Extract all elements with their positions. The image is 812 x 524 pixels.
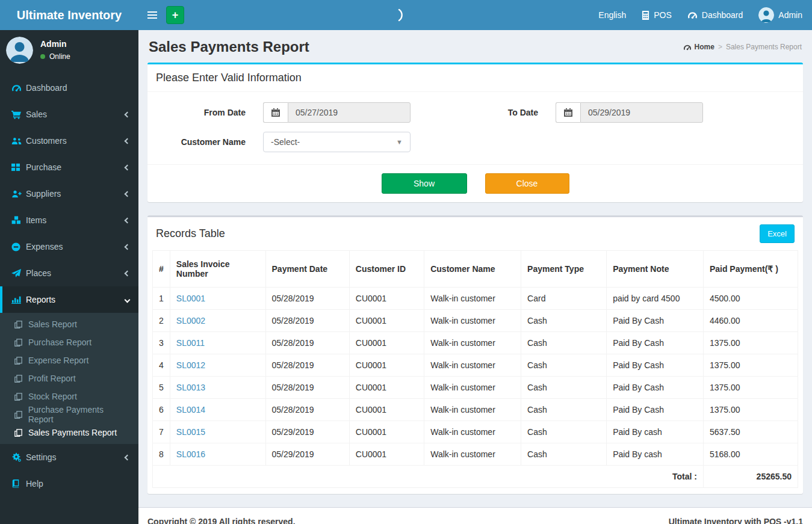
filter-actions: Show Close [147,164,803,202]
copy-icon [14,393,28,401]
grid-icon [11,163,26,171]
language-menu[interactable]: English [590,0,634,30]
sidebar-item-customers[interactable]: Customers [0,128,138,154]
tachometer-icon [687,11,698,19]
table-row: 7 SL0015 05/29/2019 CU0001 Walk-in custo… [153,421,798,443]
sidebar-subitem-profit-report[interactable]: Profit Report [0,369,138,387]
sidebar-subitem-sales-payments-report[interactable]: Sales Payments Report [0,424,138,442]
sidebar-toggle-button[interactable] [138,0,166,30]
from-date-label: From Date [147,108,246,117]
copy-icon [14,411,28,419]
close-button[interactable]: Close [485,173,569,194]
copy-icon [14,339,28,347]
user-plus-icon [11,190,26,198]
navbar-right: English POS Dashboard Admin [590,0,812,30]
breadcrumb-home[interactable]: Home [683,43,714,51]
copy-icon [14,357,28,365]
table-total-row: Total : 25265.50 [153,466,798,488]
breadcrumb-current: Sales Payments Report [726,43,802,51]
customer-select[interactable]: -Select- ▼ [263,132,411,152]
chevron-left-icon [125,454,131,460]
customer-select-value: -Select- [271,137,300,147]
copy-icon [14,429,28,437]
sidebar-item-sales[interactable]: Sales [0,101,138,128]
invoice-link[interactable]: SL0012 [176,360,205,370]
main-area: + English POS Dashboard Admin [138,0,812,524]
total-value: 25265.50 [703,466,798,488]
from-date-input[interactable] [288,102,411,123]
app-root: Ultimate Inventory Admin Online Dashboar… [0,0,812,524]
brand-logo[interactable]: Ultimate Inventory [0,0,138,30]
user-menu[interactable]: Admin [751,0,812,30]
sidebar-item-items[interactable]: Items [0,207,138,233]
pos-link[interactable]: POS [634,0,680,30]
sidebar: Ultimate Inventory Admin Online Dashboar… [0,0,138,524]
invoice-link[interactable]: SL0001 [176,294,205,303]
sidebar-item-purchase[interactable]: Purchase [0,154,138,180]
invoice-link[interactable]: SL0016 [176,449,205,459]
table-row: 3 SL0011 05/28/2019 CU0001 Walk-in custo… [153,332,798,354]
chevron-down-icon [125,297,131,303]
chevron-left-icon [125,164,131,170]
sidebar-item-places[interactable]: Places [0,260,138,286]
top-navbar: + English POS Dashboard Admin [138,0,812,30]
invoice-link[interactable]: SL0015 [176,427,205,437]
caret-down-icon: ▼ [396,138,403,146]
crescent-moon-icon[interactable] [396,7,407,25]
records-card-header: Records Table Excel [147,217,803,250]
book-icon [11,479,26,488]
table-row: 1 SL0001 05/28/2019 CU0001 Walk-in custo… [153,288,798,310]
breadcrumb: Home > Sales Payments Report [683,43,802,51]
invoice-link[interactable]: SL0011 [176,338,205,348]
to-date-input[interactable] [580,102,703,123]
table-row: 6 SL0014 05/28/2019 CU0001 Walk-in custo… [153,399,798,421]
filter-form: From Date To Date Customer Name -Sel [147,92,803,164]
sidebar-item-expenses[interactable]: Expenses [0,233,138,260]
chevron-left-icon [125,244,131,250]
table-row: 5 SL0013 05/28/2019 CU0001 Walk-in custo… [153,377,798,399]
sidebar-subitem-purchase-report[interactable]: Purchase Report [0,333,138,351]
quick-add-button[interactable]: + [166,6,184,24]
chevron-left-icon [125,270,131,276]
calendar-icon[interactable] [556,102,580,123]
show-button[interactable]: Show [382,173,467,194]
total-label: Total : [607,466,704,488]
calendar-icon[interactable] [263,102,288,123]
sidebar-subitem-purchase-payments-report[interactable]: Purchase Payments Report [0,405,138,424]
customer-name-label: Customer Name [147,137,246,147]
sidebar-item-help[interactable]: Help [0,470,138,497]
invoice-link[interactable]: SL0014 [176,405,205,415]
avatar-icon [758,7,774,23]
from-date-group [263,102,411,123]
content: Sales Payments Report Home > Sales Payme… [138,30,812,507]
bar-chart-icon [11,295,26,304]
sidebar-subitem-expense-report[interactable]: Expense Report [0,351,138,369]
cubes-icon [11,216,26,224]
filter-card-title: Please Enter Valid Information [147,64,803,92]
calculator-icon [642,11,649,20]
copy-icon [14,321,28,328]
cart-icon [11,110,26,119]
copy-icon [14,375,28,383]
gears-icon [11,452,26,462]
reports-submenu: Sales Report Purchase Report Expense Rep… [0,313,138,444]
sidebar-item-settings[interactable]: Settings [0,444,138,470]
sidebar-user-panel: Admin Online [0,30,138,70]
sidebar-subitem-sales-report[interactable]: Sales Report [0,315,138,333]
excel-export-button[interactable]: Excel [760,224,795,243]
minus-circle-icon [11,242,26,251]
page-title: Sales Payments Report [149,39,309,55]
breadcrumb-separator: > [718,43,722,51]
invoice-link[interactable]: SL0002 [176,316,205,325]
avatar [6,37,33,64]
records-card-title: Records Table [156,227,225,240]
sidebar-item-dashboard[interactable]: Dashboard [0,75,138,101]
sidebar-item-reports[interactable]: Reports [0,286,138,313]
sidebar-user-name: Admin [40,39,70,49]
invoice-link[interactable]: SL0013 [176,383,205,392]
chevron-left-icon [125,217,131,223]
to-date-label: To Date [428,108,538,117]
sidebar-item-suppliers[interactable]: Suppliers [0,180,138,207]
dashboard-link[interactable]: Dashboard [680,0,751,30]
sidebar-subitem-stock-report[interactable]: Stock Report [0,387,138,405]
